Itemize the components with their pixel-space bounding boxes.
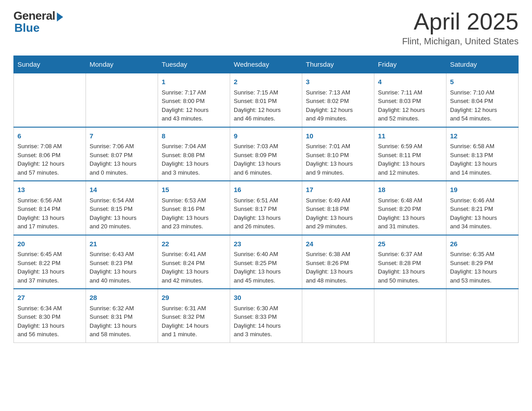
day-info: Sunrise: 7:04 AM Sunset: 8:08 PM Dayligh… [162, 143, 209, 176]
day-info: Sunrise: 7:17 AM Sunset: 8:00 PM Dayligh… [162, 89, 209, 122]
calendar-cell: 26Sunrise: 6:35 AM Sunset: 8:29 PM Dayli… [446, 235, 519, 289]
title-block: April 2025 Flint, Michigan, United State… [402, 9, 519, 47]
day-info: Sunrise: 7:10 AM Sunset: 8:04 PM Dayligh… [450, 89, 497, 122]
calendar-cell [14, 73, 86, 127]
calendar-cell: 15Sunrise: 6:53 AM Sunset: 8:16 PM Dayli… [158, 181, 230, 235]
calendar-cell: 17Sunrise: 6:49 AM Sunset: 8:18 PM Dayli… [302, 181, 374, 235]
day-of-week-header: Wednesday [230, 56, 302, 73]
day-of-week-header: Saturday [446, 56, 519, 73]
week-row: 13Sunrise: 6:56 AM Sunset: 8:14 PM Dayli… [14, 181, 519, 235]
day-info: Sunrise: 7:15 AM Sunset: 8:01 PM Dayligh… [234, 89, 281, 122]
logo: General Blue [13, 9, 63, 35]
calendar-cell: 27Sunrise: 6:34 AM Sunset: 8:30 PM Dayli… [14, 289, 86, 342]
day-info: Sunrise: 6:40 AM Sunset: 8:25 PM Dayligh… [234, 251, 281, 284]
calendar-cell: 11Sunrise: 6:59 AM Sunset: 8:11 PM Dayli… [374, 127, 446, 181]
day-number: 29 [162, 293, 226, 303]
day-info: Sunrise: 7:03 AM Sunset: 8:09 PM Dayligh… [234, 143, 281, 176]
day-number: 21 [90, 239, 154, 249]
calendar-cell: 19Sunrise: 6:46 AM Sunset: 8:21 PM Dayli… [446, 181, 519, 235]
calendar-cell: 5Sunrise: 7:10 AM Sunset: 8:04 PM Daylig… [446, 73, 519, 127]
day-info: Sunrise: 6:38 AM Sunset: 8:26 PM Dayligh… [306, 251, 353, 284]
week-row: 27Sunrise: 6:34 AM Sunset: 8:30 PM Dayli… [14, 289, 519, 342]
day-info: Sunrise: 6:45 AM Sunset: 8:22 PM Dayligh… [17, 251, 64, 284]
day-of-week-header: Thursday [302, 56, 374, 73]
calendar-cell: 28Sunrise: 6:32 AM Sunset: 8:31 PM Dayli… [86, 289, 158, 342]
calendar-cell: 16Sunrise: 6:51 AM Sunset: 8:17 PM Dayli… [230, 181, 302, 235]
calendar-cell: 14Sunrise: 6:54 AM Sunset: 8:15 PM Dayli… [86, 181, 158, 235]
day-number: 28 [90, 293, 154, 303]
day-info: Sunrise: 6:56 AM Sunset: 8:14 PM Dayligh… [17, 197, 64, 230]
calendar-cell: 24Sunrise: 6:38 AM Sunset: 8:26 PM Dayli… [302, 235, 374, 289]
day-info: Sunrise: 6:34 AM Sunset: 8:30 PM Dayligh… [17, 305, 64, 338]
day-number: 10 [306, 131, 370, 141]
day-number: 11 [378, 131, 442, 141]
day-of-week-header: Sunday [14, 56, 86, 73]
calendar-cell: 8Sunrise: 7:04 AM Sunset: 8:08 PM Daylig… [158, 127, 230, 181]
day-number: 3 [306, 77, 370, 87]
calendar-cell: 18Sunrise: 6:48 AM Sunset: 8:20 PM Dayli… [374, 181, 446, 235]
day-info: Sunrise: 6:54 AM Sunset: 8:15 PM Dayligh… [90, 197, 137, 230]
calendar-cell: 10Sunrise: 7:01 AM Sunset: 8:10 PM Dayli… [302, 127, 374, 181]
week-row: 20Sunrise: 6:45 AM Sunset: 8:22 PM Dayli… [14, 235, 519, 289]
day-info: Sunrise: 6:37 AM Sunset: 8:28 PM Dayligh… [378, 251, 425, 284]
calendar-cell: 21Sunrise: 6:43 AM Sunset: 8:23 PM Dayli… [86, 235, 158, 289]
calendar-cell: 12Sunrise: 6:58 AM Sunset: 8:13 PM Dayli… [446, 127, 519, 181]
day-info: Sunrise: 6:35 AM Sunset: 8:29 PM Dayligh… [450, 251, 497, 284]
month-title: April 2025 [402, 9, 519, 34]
day-number: 7 [90, 131, 154, 141]
calendar-cell [302, 289, 374, 342]
calendar-cell [86, 73, 158, 127]
week-row: 6Sunrise: 7:08 AM Sunset: 8:06 PM Daylig… [14, 127, 519, 181]
location-title: Flint, Michigan, United States [402, 36, 519, 47]
day-info: Sunrise: 6:30 AM Sunset: 8:33 PM Dayligh… [234, 305, 281, 338]
day-info: Sunrise: 7:13 AM Sunset: 8:02 PM Dayligh… [306, 89, 353, 122]
day-number: 14 [90, 185, 154, 195]
day-of-week-header: Tuesday [158, 56, 230, 73]
logo-blue-text: Blue [14, 21, 39, 35]
calendar-cell: 7Sunrise: 7:06 AM Sunset: 8:07 PM Daylig… [86, 127, 158, 181]
day-number: 2 [234, 77, 298, 87]
day-info: Sunrise: 6:31 AM Sunset: 8:32 PM Dayligh… [162, 305, 209, 338]
day-number: 12 [450, 131, 515, 141]
calendar-cell: 2Sunrise: 7:15 AM Sunset: 8:01 PM Daylig… [230, 73, 302, 127]
calendar-cell: 23Sunrise: 6:40 AM Sunset: 8:25 PM Dayli… [230, 235, 302, 289]
day-info: Sunrise: 6:46 AM Sunset: 8:21 PM Dayligh… [450, 197, 497, 230]
calendar-cell: 20Sunrise: 6:45 AM Sunset: 8:22 PM Dayli… [14, 235, 86, 289]
day-number: 16 [234, 185, 298, 195]
calendar-cell: 3Sunrise: 7:13 AM Sunset: 8:02 PM Daylig… [302, 73, 374, 127]
calendar-cell [374, 289, 446, 342]
day-info: Sunrise: 7:01 AM Sunset: 8:10 PM Dayligh… [306, 143, 353, 176]
day-number: 30 [234, 293, 298, 303]
calendar-cell: 30Sunrise: 6:30 AM Sunset: 8:33 PM Dayli… [230, 289, 302, 342]
calendar-cell: 4Sunrise: 7:11 AM Sunset: 8:03 PM Daylig… [374, 73, 446, 127]
day-number: 8 [162, 131, 226, 141]
day-info: Sunrise: 7:08 AM Sunset: 8:06 PM Dayligh… [17, 143, 64, 176]
day-number: 17 [306, 185, 370, 195]
day-number: 26 [450, 239, 515, 249]
day-of-week-header: Friday [374, 56, 446, 73]
day-number: 20 [17, 239, 82, 249]
day-of-week-header: Monday [86, 56, 158, 73]
day-info: Sunrise: 6:48 AM Sunset: 8:20 PM Dayligh… [378, 197, 425, 230]
day-number: 5 [450, 77, 515, 87]
day-number: 1 [162, 77, 226, 87]
day-info: Sunrise: 6:49 AM Sunset: 8:18 PM Dayligh… [306, 197, 353, 230]
day-info: Sunrise: 6:58 AM Sunset: 8:13 PM Dayligh… [450, 143, 497, 176]
day-info: Sunrise: 6:59 AM Sunset: 8:11 PM Dayligh… [378, 143, 425, 176]
day-number: 15 [162, 185, 226, 195]
day-info: Sunrise: 6:32 AM Sunset: 8:31 PM Dayligh… [90, 305, 137, 338]
day-info: Sunrise: 6:43 AM Sunset: 8:23 PM Dayligh… [90, 251, 137, 284]
day-info: Sunrise: 6:51 AM Sunset: 8:17 PM Dayligh… [234, 197, 281, 230]
calendar-cell: 13Sunrise: 6:56 AM Sunset: 8:14 PM Dayli… [14, 181, 86, 235]
logo-arrow-icon [57, 13, 63, 21]
header-row: SundayMondayTuesdayWednesdayThursdayFrid… [14, 56, 519, 73]
day-info: Sunrise: 7:11 AM Sunset: 8:03 PM Dayligh… [378, 89, 425, 122]
day-number: 22 [162, 239, 226, 249]
calendar-table: SundayMondayTuesdayWednesdayThursdayFrid… [13, 56, 519, 343]
calendar-cell: 9Sunrise: 7:03 AM Sunset: 8:09 PM Daylig… [230, 127, 302, 181]
day-number: 9 [234, 131, 298, 141]
calendar-cell: 29Sunrise: 6:31 AM Sunset: 8:32 PM Dayli… [158, 289, 230, 342]
day-info: Sunrise: 6:53 AM Sunset: 8:16 PM Dayligh… [162, 197, 209, 230]
page-header: General Blue April 2025 Flint, Michigan,… [13, 9, 519, 47]
day-number: 27 [17, 293, 82, 303]
